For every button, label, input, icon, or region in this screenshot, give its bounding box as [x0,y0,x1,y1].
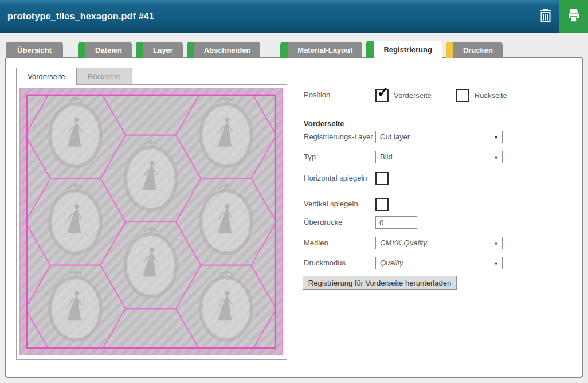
registration-layer-value: Cut layer [380,132,410,141]
subtab-vorderseite[interactable]: Vorderseite [16,68,77,85]
delete-button[interactable] [532,0,559,33]
tab-status-indicator [187,42,194,58]
print-mode-select[interactable]: Quality ▼ [375,257,503,269]
position-rueckseite-checkbox[interactable] [456,89,469,102]
trash-icon [539,7,552,25]
tab-status-indicator [280,42,288,58]
tab-layer[interactable]: Layer [136,42,183,58]
registration-layer-label: Registrierungs-Layer [304,131,375,142]
layout-preview [16,84,287,360]
position-label: Position [304,89,375,100]
registration-layer-select[interactable]: Cut layer ▼ [375,131,503,143]
tab-uebersicht[interactable]: Übersicht [6,42,63,58]
registration-form: Position ✓ Vorderseite Rückseite Vorders… [304,58,527,377]
main-tabs: Übersicht Dateien Layer Abschneiden Mate… [6,41,507,58]
position-vorderseite-checkbox[interactable]: ✓ [375,89,389,102]
tab-status-indicator [446,42,453,58]
subtab-rueckseite[interactable]: Rückseite [77,68,132,85]
tab-label: Layer [143,42,183,58]
print-mode-label: Druckmodus [304,257,375,268]
tab-label: Drucken [453,42,503,58]
dropdown-arrow-icon: ▼ [493,132,499,143]
type-label: Typ [304,151,375,162]
content-panel: Vorderseite Rückseite [5,57,583,378]
position-vorderseite-label: Vorderseite [394,89,432,100]
tab-label: Abschneiden [194,42,261,58]
mirror-vertical-checkbox[interactable] [375,198,389,211]
dropdown-arrow-icon: ▼ [493,152,499,163]
tab-drucken[interactable]: Drucken [446,42,503,58]
tab-material-layout[interactable]: Material-Layout [280,42,362,58]
position-rueckseite-label: Rückseite [475,89,507,100]
tab-status-indicator [78,42,85,58]
tab-dateien[interactable]: Dateien [78,42,132,58]
media-label: Medien [304,237,375,248]
mirror-horizontal-label: Horizontal spiegeln [304,172,375,183]
type-select[interactable]: Bild ▼ [375,151,503,163]
tab-label: Material-Layout [288,42,362,58]
titlebar-actions [532,0,588,33]
checkmark-icon: ✓ [377,85,389,99]
tab-status-indicator [366,41,374,58]
dropdown-arrow-icon: ▼ [493,258,499,269]
mirror-horizontal-checkbox[interactable] [375,172,389,185]
section-header-vorderseite: Vorderseite [304,119,344,128]
overprint-input[interactable] [375,216,417,229]
window-title: prototype_tiles_hexagon.pdf #41 [0,11,154,22]
media-select[interactable]: CMYK Quality ▼ [375,237,503,249]
tab-label: Dateien [85,42,132,58]
dropdown-arrow-icon: ▼ [493,238,499,249]
tab-registrierung[interactable]: Registrierung [366,41,442,58]
tab-abschneiden[interactable]: Abschneiden [187,42,261,58]
type-value: Bild [380,153,393,161]
tab-label: Registrierung [374,41,442,58]
download-registration-button[interactable]: Registrierung für Vorderseite herunterla… [303,276,457,290]
tab-status-indicator [136,42,143,58]
print-button[interactable] [559,0,588,33]
media-value: CMYK Quality [380,239,427,247]
printer-icon [566,8,581,25]
mirror-vertical-label: Vertikal spiegeln [304,198,375,209]
print-mode-value: Quality [380,259,403,267]
hexagon-layout-preview-image [19,88,283,355]
side-subtabs: Vorderseite Rückseite [16,68,132,85]
overprint-label: Überdrucke [304,216,375,227]
window-titlebar: prototype_tiles_hexagon.pdf #41 [0,0,588,33]
